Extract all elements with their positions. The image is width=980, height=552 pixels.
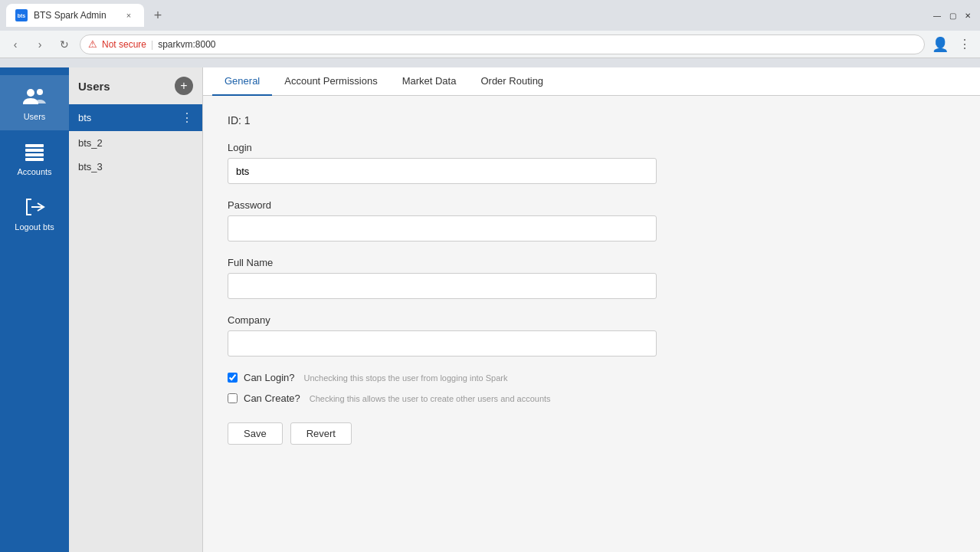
full-name-label: Full Name [228,257,955,268]
sidebar-accounts-label: Accounts [17,167,51,176]
user-item-label: bts [78,112,91,123]
sidebar-logout-label: Logout bts [15,222,54,232]
user-item-bts2[interactable]: bts_2 [69,131,202,155]
browser-chrome: bts BTS Spark Admin × + — ▢ ✕ ‹ › ↻ ⚠ No… [0,0,980,67]
add-user-button[interactable]: + [175,77,193,95]
logout-icon [22,195,47,219]
users-icon [22,84,47,109]
users-panel: Users + bts ⋮ bts_2 bts_3 [69,67,203,552]
app-layout: Users Accounts Logout bts [0,67,980,552]
sidebar-item-accounts[interactable]: Accounts [0,130,69,186]
accounts-icon [22,140,47,164]
login-input[interactable] [228,158,657,184]
password-input[interactable] [228,215,657,242]
svg-point-0 [27,89,34,97]
window-controls: — ▢ ✕ [931,9,974,21]
svg-point-1 [37,89,43,95]
login-label: Login [228,142,955,153]
can-create-label[interactable]: Can Create? [244,393,300,404]
can-login-label[interactable]: Can Login? [244,372,295,383]
sidebar-item-logout[interactable]: Logout bts [0,186,69,241]
company-group: Company [228,314,955,356]
minimize-button[interactable]: — [931,9,943,21]
user-item-bts[interactable]: bts ⋮ [69,104,202,131]
user-menu-dots[interactable]: ⋮ [181,110,193,125]
revert-button[interactable]: Revert [290,422,352,445]
can-create-row: Can Create? Checking this allows the use… [228,393,955,404]
back-button[interactable]: ‹ [6,35,25,54]
maximize-button[interactable]: ▢ [946,9,959,21]
tab-account-permissions[interactable]: Account Permissions [272,67,389,96]
title-bar: bts BTS Spark Admin × + — ▢ ✕ [0,0,980,31]
svg-rect-2 [25,144,44,147]
not-secure-label: Not secure [102,39,146,50]
refresh-button[interactable]: ↻ [55,35,74,54]
profile-button[interactable]: 👤 [931,35,949,54]
svg-rect-4 [25,153,44,156]
password-group: Password [228,199,955,242]
company-label: Company [228,314,955,326]
user-item-label: bts_2 [78,137,103,149]
sidebar-users-label: Users [24,112,46,121]
browser-tab[interactable]: bts BTS Spark Admin × [6,4,144,27]
form-actions: Save Revert [228,422,955,445]
new-tab-button[interactable]: + [147,5,169,26]
company-input[interactable] [228,330,657,356]
users-header: Users + [69,67,202,104]
tab-market-data[interactable]: Market Data [390,67,469,96]
address-bar-row: ‹ › ↻ ⚠ Not secure | sparkvm:8000 👤 ⋮ [0,31,980,58]
user-list: bts ⋮ bts_2 bts_3 [69,104,202,552]
close-tab-button[interactable]: × [123,9,135,21]
forward-button[interactable]: › [31,35,49,54]
browser-menu-button[interactable]: ⋮ [955,35,974,54]
url-text: sparkvm:8000 [158,39,215,50]
can-create-desc: Checking this allows the user to create … [310,394,551,403]
sidebar-item-users[interactable]: Users [0,75,69,130]
full-name-input[interactable] [228,273,657,299]
url-separator: | [151,39,153,50]
tab-general[interactable]: General [212,67,272,96]
main-content: General Account Permissions Market Data … [203,67,980,552]
user-id-label: ID: 1 [228,114,955,127]
tab-order-routing[interactable]: Order Routing [468,67,556,96]
tab-title: BTS Spark Admin [34,10,107,21]
user-item-label: bts_3 [78,161,103,172]
form-area: ID: 1 Login Password Full Name Company C… [203,96,980,552]
can-login-desc: Unchecking this stops the user from logg… [304,373,508,383]
save-button[interactable]: Save [228,422,283,445]
can-login-row: Can Login? Unchecking this stops the use… [228,372,955,383]
close-button[interactable]: ✕ [962,9,974,21]
svg-rect-5 [25,158,44,161]
login-group: Login [228,142,955,184]
users-title: Users [78,80,110,93]
address-bar[interactable]: ⚠ Not secure | sparkvm:8000 [80,34,925,54]
tab-nav: General Account Permissions Market Data … [203,67,980,96]
can-create-checkbox[interactable] [228,393,238,403]
security-warning-icon: ⚠ [88,38,97,50]
can-login-checkbox[interactable] [228,373,238,383]
user-item-bts3[interactable]: bts_3 [69,155,202,179]
tab-favicon: bts [15,9,28,21]
password-label: Password [228,199,955,211]
full-name-group: Full Name [228,257,955,299]
sidebar: Users Accounts Logout bts [0,67,69,552]
svg-rect-3 [25,149,44,152]
